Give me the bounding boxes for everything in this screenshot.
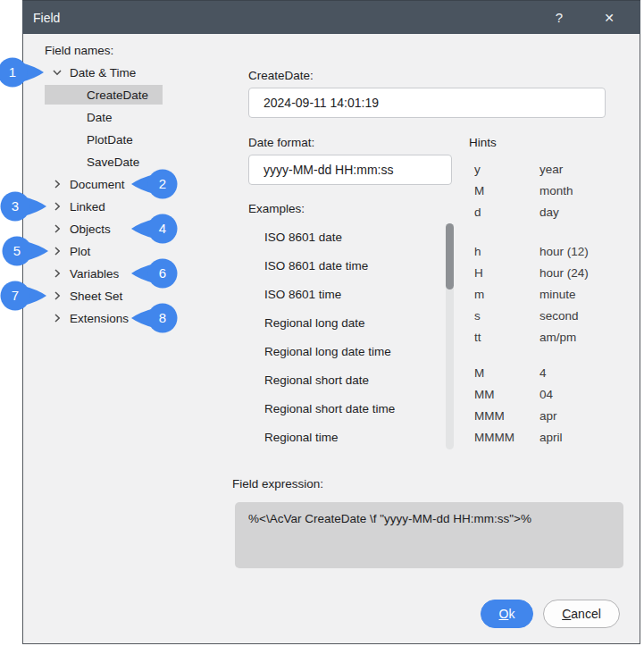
hint-row: hhour (12): [474, 241, 635, 263]
callout-3-badge: 3: [0, 191, 46, 222]
svg-text:8: 8: [159, 310, 166, 325]
hints-table: yyear Mmonth dday hhour (12) Hhour (24) …: [474, 159, 635, 449]
cancel-button-label: Cancel: [562, 607, 601, 621]
chevron-right-icon: [51, 200, 63, 213]
tree-item-label: Document: [70, 178, 125, 191]
hint-row: yyear: [474, 159, 635, 180]
cancel-button[interactable]: Cancel: [543, 600, 620, 628]
callout-4-badge: 4: [131, 214, 178, 244]
date-format-input[interactable]: [248, 155, 452, 185]
hint-row: Mmonth: [474, 180, 635, 202]
chevron-right-icon: [51, 289, 63, 302]
hint-row: Hhour (24): [474, 263, 635, 284]
chevron-right-icon: [51, 312, 63, 324]
tree-item-plotdate[interactable]: PlotDate: [45, 130, 201, 149]
svg-text:6: 6: [159, 265, 166, 281]
chevron-right-icon: [51, 178, 63, 190]
svg-text:7: 7: [12, 288, 19, 303]
svg-text:5: 5: [13, 243, 21, 258]
example-item[interactable]: Regional short date time: [264, 395, 439, 424]
tree-item-date-time[interactable]: Date & Time: [45, 63, 201, 82]
close-icon[interactable]: ✕: [599, 1, 619, 35]
hint-row: MMMapr: [474, 406, 635, 427]
callout-6-badge: 6: [131, 258, 178, 289]
examples-scrollbar[interactable]: [446, 223, 454, 449]
chevron-right-icon: [51, 267, 63, 280]
hint-row: MMMMapril: [474, 427, 635, 449]
hint-row: ssecond: [474, 306, 635, 327]
tree-item-date[interactable]: Date: [45, 107, 201, 127]
chevron-right-icon: [51, 245, 63, 257]
tree-item-label: Plot: [70, 245, 90, 258]
dialog-title: Field: [33, 1, 60, 35]
tree-item-createdate[interactable]: CreateDate: [45, 85, 163, 105]
svg-text:1: 1: [9, 64, 16, 80]
callout-5-badge: 5: [2, 236, 48, 266]
example-item[interactable]: Regional long date: [264, 309, 439, 338]
hint-row: dday: [474, 202, 635, 223]
example-item[interactable]: ISO 8601 date time: [264, 252, 439, 281]
hints-label: Hints: [469, 136, 497, 149]
example-item[interactable]: Regional long date time: [264, 338, 439, 366]
createdate-label: CreateDate:: [248, 69, 314, 82]
tree-item-label: Date: [87, 111, 113, 124]
hint-row: ttam/pm: [474, 327, 635, 348]
createdate-input[interactable]: [248, 88, 606, 118]
example-item[interactable]: Regional short date: [264, 366, 439, 395]
tree-item-label: Objects: [70, 222, 111, 236]
chevron-right-icon: [51, 222, 63, 235]
field-expression-label: Field expression:: [232, 477, 323, 491]
field-names-label: Field names:: [45, 44, 113, 57]
field-expression-box: %<\AcVar CreateDate \f "yyyy-MM-dd HH:mm…: [235, 502, 623, 568]
callout-8-badge: 8: [131, 303, 178, 333]
callout-1-badge: 1: [0, 57, 44, 88]
example-item[interactable]: ISO 8601 date: [264, 223, 439, 252]
field-dialog-screenshot: Field ? ✕ Field names: Date & Time Creat…: [0, 0, 644, 646]
callout-7-badge: 7: [0, 281, 46, 311]
callout-2-badge: 2: [131, 169, 178, 199]
examples-label: Examples:: [248, 202, 305, 215]
hint-row: M4: [474, 363, 635, 384]
dialog-titlebar[interactable]: Field ? ✕: [22, 0, 640, 34]
ok-button[interactable]: Ok: [481, 600, 533, 628]
scrollbar-thumb[interactable]: [446, 223, 454, 289]
tree-item-label: PlotDate: [87, 133, 133, 147]
example-item[interactable]: Regional time: [264, 424, 439, 452]
hint-row: mminute: [474, 284, 635, 306]
tree-item-label: SaveDate: [87, 155, 139, 169]
tree-item-label: CreateDate: [87, 88, 148, 102]
field-expression-value: %<\AcVar CreateDate \f "yyyy-MM-dd HH:mm…: [248, 512, 531, 525]
svg-text:3: 3: [12, 198, 19, 214]
svg-text:4: 4: [159, 221, 166, 236]
example-item[interactable]: ISO 8601 time: [264, 281, 439, 309]
svg-text:2: 2: [159, 176, 166, 191]
tree-item-label: Extensions: [70, 312, 129, 325]
date-format-label: Date format:: [248, 136, 314, 149]
tree-item-label: Date & Time: [70, 66, 136, 80]
examples-list: ISO 8601 date ISO 8601 date time ISO 860…: [264, 223, 439, 452]
hint-row: MM04: [474, 384, 635, 406]
chevron-down-icon: [51, 66, 63, 79]
tree-item-label: Sheet Set: [70, 289, 122, 303]
ok-button-label: Ok: [499, 607, 515, 621]
help-icon[interactable]: ?: [549, 1, 569, 35]
tree-item-label: Linked: [70, 200, 105, 214]
tree-item-label: Variables: [70, 267, 119, 281]
